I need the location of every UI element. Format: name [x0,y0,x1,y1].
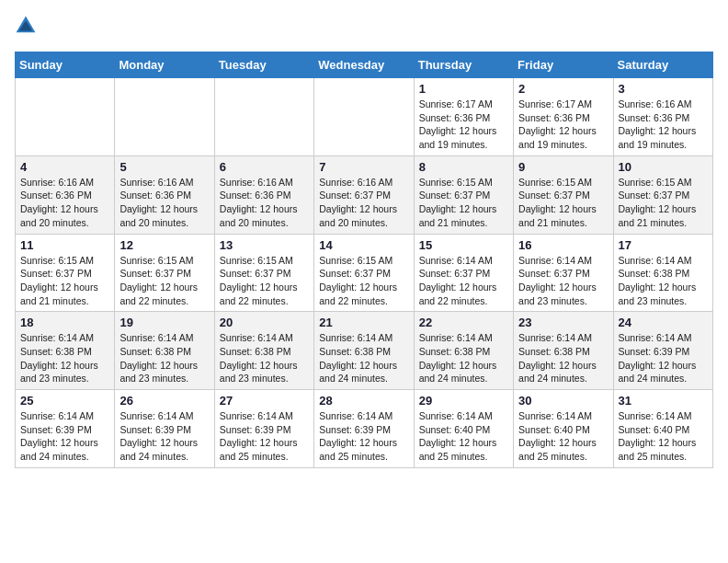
day-info: Sunrise: 6:14 AMSunset: 6:37 PMDaylight:… [419,254,508,308]
day-number: 23 [518,316,608,329]
sunset-text: Sunset: 6:37 PM [319,190,391,201]
sunset-text: Sunset: 6:36 PM [619,112,690,123]
day-info: Sunrise: 6:14 AMSunset: 6:39 PMDaylight:… [319,409,408,464]
day-number: 27 [220,394,309,408]
sunrise-text: Sunrise: 6:15 AM [419,177,493,188]
calendar-cell: 13Sunrise: 6:15 AMSunset: 6:37 PMDayligh… [214,234,313,312]
day-number: 21 [319,316,408,329]
calendar-cell: 31Sunrise: 6:14 AMSunset: 6:40 PMDayligh… [613,390,712,468]
sunrise-text: Sunrise: 6:14 AM [619,410,692,421]
daylight-text: Daylight: 12 hours [220,282,298,293]
daylight-text: Daylight: 12 hours [619,125,697,136]
sunrise-text: Sunrise: 6:15 AM [119,255,193,266]
sunset-text: Sunset: 6:40 PM [419,424,491,435]
calendar-week-row: 1Sunrise: 6:17 AMSunset: 6:36 PMDaylight… [16,78,713,156]
calendar-table: SundayMondayTuesdayWednesdayThursdayFrid… [15,52,713,468]
day-info: Sunrise: 6:14 AMSunset: 6:40 PMDaylight:… [419,409,508,464]
daylight-text: Daylight: 12 hours [518,360,597,371]
daylight-text: Daylight: 12 hours [319,437,397,448]
sunset-text: Sunset: 6:40 PM [518,424,590,435]
day-number: 30 [518,394,608,408]
calendar-cell: 22Sunrise: 6:14 AMSunset: 6:38 PMDayligh… [414,312,513,390]
sunset-text: Sunset: 6:38 PM [20,346,92,357]
daylight-text: Daylight: 12 hours [119,203,198,214]
day-number: 7 [319,160,408,174]
sunset-text: Sunset: 6:39 PM [20,424,92,435]
sunrise-text: Sunrise: 6:14 AM [518,410,592,421]
sunrise-text: Sunrise: 6:17 AM [518,98,592,109]
sunrise-text: Sunrise: 6:16 AM [619,98,692,109]
sunset-text: Sunset: 6:37 PM [518,190,590,201]
sunset-text: Sunset: 6:38 PM [220,346,291,357]
daylight-text-cont: and 19 minutes. [518,139,587,150]
sunrise-text: Sunrise: 6:16 AM [319,177,392,188]
sunset-text: Sunset: 6:37 PM [319,268,391,279]
daylight-text-cont: and 24 minutes. [518,373,587,384]
daylight-text: Daylight: 12 hours [518,125,597,136]
day-number: 28 [319,394,408,408]
sunset-text: Sunset: 6:36 PM [419,112,491,123]
daylight-text: Daylight: 12 hours [20,203,98,214]
day-info: Sunrise: 6:17 AMSunset: 6:36 PMDaylight:… [419,98,508,152]
column-header-sunday: Sunday [16,52,115,78]
day-info: Sunrise: 6:14 AMSunset: 6:39 PMDaylight:… [20,409,109,464]
daylight-text-cont: and 21 minutes. [619,217,688,228]
day-info: Sunrise: 6:15 AMSunset: 6:37 PMDaylight:… [20,254,109,308]
sunset-text: Sunset: 6:38 PM [119,346,191,357]
daylight-text-cont: and 25 minutes. [220,451,289,462]
calendar-cell: 21Sunrise: 6:14 AMSunset: 6:38 PMDayligh… [314,312,414,390]
calendar-cell: 12Sunrise: 6:15 AMSunset: 6:37 PMDayligh… [115,234,214,312]
daylight-text: Daylight: 12 hours [20,360,98,371]
calendar-cell: 11Sunrise: 6:15 AMSunset: 6:37 PMDayligh… [16,234,115,312]
day-number: 12 [119,238,209,252]
daylight-text: Daylight: 12 hours [119,282,198,293]
day-info: Sunrise: 6:14 AMSunset: 6:40 PMDaylight:… [619,409,708,464]
daylight-text-cont: and 22 minutes. [319,295,388,306]
calendar-cell: 20Sunrise: 6:14 AMSunset: 6:38 PMDayligh… [214,312,313,390]
day-info: Sunrise: 6:14 AMSunset: 6:39 PMDaylight:… [619,331,708,385]
day-number: 20 [220,316,309,329]
daylight-text: Daylight: 12 hours [20,437,98,448]
daylight-text: Daylight: 12 hours [319,360,397,371]
daylight-text-cont: and 20 minutes. [319,217,388,228]
daylight-text-cont: and 25 minutes. [518,451,587,462]
sunrise-text: Sunrise: 6:14 AM [319,332,392,343]
calendar-cell: 23Sunrise: 6:14 AMSunset: 6:38 PMDayligh… [514,312,613,390]
day-number: 31 [619,394,708,408]
daylight-text: Daylight: 12 hours [518,437,597,448]
day-number: 11 [20,238,109,252]
sunset-text: Sunset: 6:40 PM [619,424,690,435]
calendar-cell: 25Sunrise: 6:14 AMSunset: 6:39 PMDayligh… [16,390,115,468]
calendar-cell [214,78,313,156]
logo [15,15,40,40]
daylight-text-cont: and 24 minutes. [319,373,388,384]
column-header-saturday: Saturday [613,52,712,78]
sunset-text: Sunset: 6:39 PM [119,424,191,435]
sunset-text: Sunset: 6:37 PM [518,268,590,279]
calendar-week-row: 11Sunrise: 6:15 AMSunset: 6:37 PMDayligh… [16,234,713,312]
day-number: 14 [319,238,408,252]
calendar-cell: 30Sunrise: 6:14 AMSunset: 6:40 PMDayligh… [514,390,613,468]
daylight-text-cont: and 25 minutes. [619,451,688,462]
calendar-cell: 17Sunrise: 6:14 AMSunset: 6:38 PMDayligh… [613,234,712,312]
sunrise-text: Sunrise: 6:15 AM [220,255,293,266]
day-info: Sunrise: 6:14 AMSunset: 6:38 PMDaylight:… [518,331,608,385]
day-info: Sunrise: 6:14 AMSunset: 6:38 PMDaylight:… [119,331,209,385]
sunrise-text: Sunrise: 6:14 AM [220,332,293,343]
sunrise-text: Sunrise: 6:15 AM [20,255,94,266]
calendar-cell: 2Sunrise: 6:17 AMSunset: 6:36 PMDaylight… [514,78,613,156]
sunset-text: Sunset: 6:36 PM [518,112,590,123]
sunrise-text: Sunrise: 6:14 AM [619,255,692,266]
day-number: 22 [419,316,508,329]
sunset-text: Sunset: 6:38 PM [419,346,491,357]
day-number: 26 [119,394,209,408]
sunset-text: Sunset: 6:36 PM [20,190,92,201]
column-header-tuesday: Tuesday [214,52,313,78]
day-number: 17 [619,238,708,252]
column-header-monday: Monday [115,52,214,78]
daylight-text: Daylight: 12 hours [419,437,497,448]
daylight-text-cont: and 19 minutes. [419,139,488,150]
sunrise-text: Sunrise: 6:15 AM [619,177,692,188]
sunset-text: Sunset: 6:37 PM [419,268,491,279]
daylight-text-cont: and 23 minutes. [20,373,89,384]
